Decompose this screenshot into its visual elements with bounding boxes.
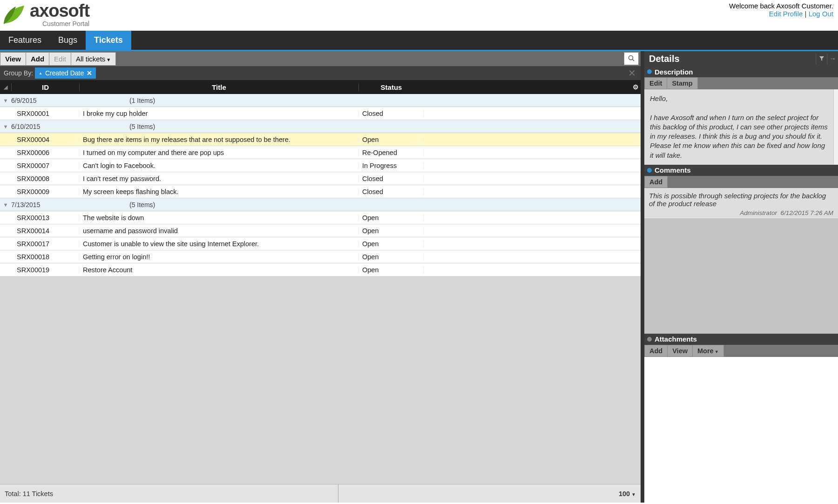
- details-title: Details: [649, 54, 816, 64]
- collapse-icon[interactable]: ▼: [0, 98, 11, 103]
- col-header-status[interactable]: Status: [358, 83, 424, 91]
- cell-status: Closed: [358, 175, 424, 182]
- table-footer: Total: 11 Tickets 100▼: [0, 484, 641, 503]
- cell-status: Re-Opened: [358, 149, 424, 156]
- cell-status: In Progress: [358, 162, 424, 169]
- nav-features[interactable]: Features: [0, 31, 50, 50]
- cell-title: Getting error on login!!: [79, 253, 358, 261]
- table-row[interactable]: SRX00007 Can't login to Facebook. In Pro…: [0, 159, 641, 172]
- collapse-icon[interactable]: ▼: [0, 202, 11, 208]
- cell-id: SRX00001: [11, 110, 79, 117]
- add-button[interactable]: Add: [26, 52, 49, 66]
- cell-title: Can't login to Facebook.: [79, 162, 358, 169]
- description-text: I have Axosoft and when I turn on the se…: [650, 113, 828, 160]
- welcome-text: Welcome back Axosoft Customer.: [729, 2, 833, 10]
- description-toolbar: Edit Stamp: [644, 77, 838, 89]
- main-content: View Add Edit All tickets▼ Group By: ▲ C…: [0, 50, 838, 503]
- col-header-title[interactable]: Title: [79, 83, 358, 91]
- description-greeting: Hello,: [650, 94, 828, 103]
- cell-status: Open: [358, 253, 424, 261]
- scrollbar[interactable]: [833, 89, 838, 165]
- table-row[interactable]: SRX00014 username and password invalid O…: [0, 224, 641, 237]
- group-by-chip[interactable]: ▲ Created Date ✕: [35, 67, 96, 79]
- dot-icon: [647, 337, 652, 342]
- desc-edit-button[interactable]: Edit: [644, 77, 667, 89]
- group-row[interactable]: ▼ 6/10/2015 (5 Items): [0, 120, 641, 133]
- table-row[interactable]: SRX00006 I turned on my computer and the…: [0, 146, 641, 159]
- cell-title: username and password invalid: [79, 227, 358, 235]
- forward-icon[interactable]: →: [827, 53, 838, 64]
- svg-point-0: [629, 55, 633, 60]
- brand-logo: axosoft Customer Portal: [2, 2, 89, 27]
- cell-status: Open: [358, 240, 424, 248]
- table-row[interactable]: SRX00019 Restore Account Open: [0, 263, 641, 276]
- cell-id: SRX00018: [11, 253, 79, 261]
- table-row[interactable]: SRX00004 Bug there are items in my relea…: [0, 133, 641, 146]
- table-body: ▼ 6/9/2015 (1 Items) SRX00001 I broke my…: [0, 94, 641, 484]
- group-count: (1 Items): [129, 97, 155, 104]
- group-row[interactable]: ▼ 7/13/2015 (5 Items): [0, 198, 641, 211]
- close-groupby-icon[interactable]: ✕: [628, 67, 636, 79]
- edit-profile-link[interactable]: Edit Profile: [769, 10, 803, 18]
- attachments-body: [644, 357, 838, 503]
- details-pane: Details → Description Edit Stamp Hello, …: [644, 51, 838, 503]
- table-row[interactable]: SRX00009 My screen keeps flashing black.…: [0, 185, 641, 198]
- main-nav: Features Bugs Tickets: [0, 31, 838, 50]
- description-body: Hello, I have Axosoft and when I turn on…: [644, 89, 833, 165]
- comments-add-button[interactable]: Add: [644, 176, 668, 188]
- filter-icon[interactable]: [816, 53, 827, 64]
- cell-title: I turned on my computer and there are po…: [79, 149, 358, 156]
- attachments-header[interactable]: Attachments: [644, 334, 838, 345]
- cell-id: SRX00013: [11, 214, 79, 222]
- remove-chip-icon[interactable]: ✕: [87, 69, 92, 77]
- cell-title: Bug there are items in my releases that …: [79, 136, 358, 143]
- comment-item: This is possible through selecting proje…: [644, 188, 838, 218]
- cell-id: SRX00014: [11, 227, 79, 235]
- description-header[interactable]: Description: [644, 66, 838, 77]
- svg-line-1: [633, 59, 635, 61]
- cell-status: Open: [358, 214, 424, 222]
- view-button[interactable]: View: [0, 52, 26, 66]
- table-header: ◢ ID Title Status ⚙: [0, 80, 641, 94]
- nav-bugs[interactable]: Bugs: [50, 31, 86, 50]
- dot-icon: [647, 69, 652, 74]
- table-row[interactable]: SRX00017 Customer is unable to view the …: [0, 237, 641, 250]
- table-row[interactable]: SRX00013 The website is down Open: [0, 211, 641, 224]
- gear-icon[interactable]: ⚙: [630, 83, 641, 91]
- app-header: axosoft Customer Portal Welcome back Axo…: [0, 0, 838, 31]
- search-icon: [628, 55, 635, 63]
- expand-all-icon[interactable]: ◢: [0, 84, 11, 90]
- group-by-label: Group By:: [4, 69, 33, 77]
- group-date: 7/13/2015: [11, 201, 79, 208]
- attach-add-button[interactable]: Add: [644, 345, 668, 357]
- edit-button[interactable]: Edit: [49, 52, 71, 66]
- comments-header[interactable]: Comments: [644, 165, 838, 176]
- dot-icon: [647, 168, 652, 173]
- cell-status: Open: [358, 136, 424, 143]
- pane-divider[interactable]: [641, 51, 644, 503]
- nav-tickets[interactable]: Tickets: [86, 31, 131, 50]
- table-row[interactable]: SRX00018 Getting error on login!! Open: [0, 250, 641, 263]
- page-size-dropdown[interactable]: 100▼: [619, 490, 636, 497]
- leaf-icon: [2, 4, 28, 25]
- cell-title: Customer is unable to view the site usin…: [79, 240, 358, 248]
- group-row[interactable]: ▼ 6/9/2015 (1 Items): [0, 94, 641, 107]
- col-header-id[interactable]: ID: [11, 83, 79, 91]
- attach-view-button[interactable]: View: [667, 345, 693, 357]
- details-header: Details →: [644, 51, 838, 66]
- cell-id: SRX00009: [11, 188, 79, 195]
- group-by-bar: Group By: ▲ Created Date ✕ ✕: [0, 66, 641, 80]
- cell-title: Restore Account: [79, 266, 358, 274]
- cell-id: SRX00017: [11, 240, 79, 248]
- attach-more-button[interactable]: More▼: [692, 345, 724, 357]
- table-row[interactable]: SRX00001 I broke my cup holder Closed: [0, 107, 641, 120]
- group-date: 6/9/2015: [11, 97, 79, 104]
- log-out-link[interactable]: Log Out: [809, 10, 833, 18]
- desc-stamp-button[interactable]: Stamp: [667, 77, 697, 89]
- table-row[interactable]: SRX00008 I can't reset my password. Clos…: [0, 172, 641, 185]
- search-button[interactable]: [624, 52, 639, 65]
- cell-title: I can't reset my password.: [79, 175, 358, 182]
- sort-asc-icon: ▲: [39, 71, 42, 75]
- all-tickets-dropdown[interactable]: All tickets▼: [71, 52, 116, 66]
- collapse-icon[interactable]: ▼: [0, 124, 11, 129]
